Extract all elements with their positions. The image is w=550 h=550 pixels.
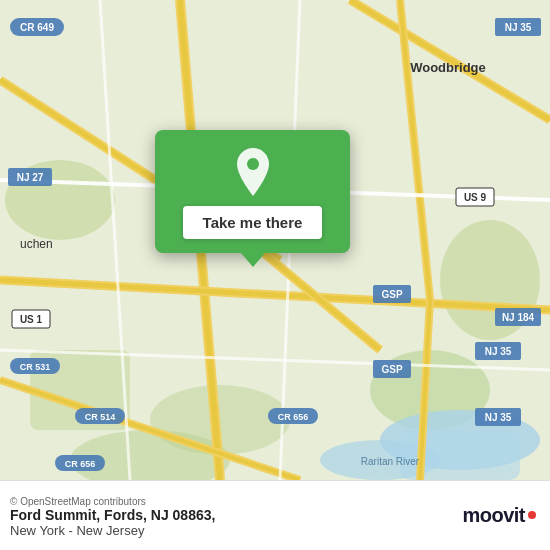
svg-text:Raritan River: Raritan River [361,456,420,467]
svg-text:Woodbridge: Woodbridge [410,60,486,75]
svg-text:CR 514: CR 514 [85,412,116,422]
bottom-bar: © OpenStreetMap contributors Ford Summit… [0,480,550,550]
map-container: CR 649 NJ 35 NJ 27 US 1 US 9 US 1 CR 531… [0,0,550,480]
moovit-logo: moovit [462,504,536,527]
svg-text:CR 649: CR 649 [20,22,54,33]
moovit-logo-dot [528,511,536,519]
svg-text:GSP: GSP [381,289,402,300]
svg-text:US 9: US 9 [464,192,487,203]
moovit-logo-text: moovit [462,504,525,527]
location-pin-icon [233,148,273,196]
svg-text:GSP: GSP [381,364,402,375]
take-me-there-button[interactable]: Take me there [183,206,323,239]
svg-text:NJ 184: NJ 184 [502,312,535,323]
popup-card: Take me there [155,130,350,253]
svg-text:CR 531: CR 531 [20,362,51,372]
svg-text:NJ 35: NJ 35 [485,346,512,357]
svg-text:NJ 35: NJ 35 [485,412,512,423]
location-title: Ford Summit, Fords, NJ 08863, [10,507,215,523]
svg-text:NJ 35: NJ 35 [505,22,532,33]
location-subtitle: New York - New Jersey [10,523,215,538]
svg-text:US 1: US 1 [20,314,43,325]
svg-text:CR 656: CR 656 [65,459,96,469]
svg-text:NJ 27: NJ 27 [17,172,44,183]
svg-text:uchen: uchen [20,237,53,251]
location-info: © OpenStreetMap contributors Ford Summit… [10,493,215,538]
svg-text:CR 656: CR 656 [278,412,309,422]
copyright-text: © OpenStreetMap contributors [10,496,215,507]
svg-point-43 [247,158,259,170]
